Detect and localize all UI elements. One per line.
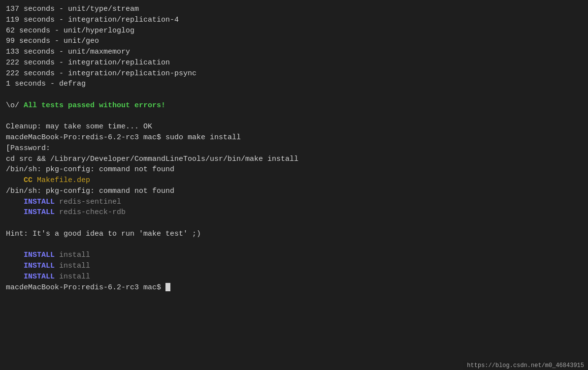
terminal-cursor — [165, 283, 170, 291]
install-keyword: INSTALL — [24, 262, 59, 270]
prompt-cmd: sudo make install — [165, 133, 241, 142]
terminal-line: cd src && /Library/Developer/CommandLine… — [6, 154, 582, 165]
terminal-line: 119 seconds - integration/replication-4 — [6, 15, 582, 26]
install-file: install — [59, 273, 90, 281]
cc-keyword: CC — [24, 176, 37, 185]
terminal-line: CC Makefile.dep — [6, 175, 582, 186]
install-keyword: INSTALL — [24, 273, 59, 281]
status-bar: https://blog.csdn.net/m0_46843915 — [463, 361, 588, 370]
terminal-line: INSTALL install — [6, 261, 582, 272]
terminal-line: /bin/sh: pkg-config: command not found — [6, 164, 582, 175]
terminal-window: 137 seconds - unit/type/stream119 second… — [0, 0, 588, 370]
terminal-line: macdeMacBook-Pro:redis-6.2-rc3 mac$ sudo… — [6, 132, 582, 143]
terminal-line: [Password: — [6, 143, 582, 154]
success-prefix: \o/ — [6, 101, 24, 110]
terminal-line: 137 seconds - unit/type/stream — [6, 4, 582, 15]
terminal-line: /bin/sh: pkg-config: command not found — [6, 186, 582, 197]
install-keyword: INSTALL — [24, 208, 59, 216]
install-file: install — [59, 262, 90, 270]
prompt-host: macdeMacBook-Pro:redis-6.2-rc3 mac$ — [6, 133, 165, 142]
terminal-line — [6, 90, 582, 100]
cc-file: Makefile.dep — [37, 176, 90, 185]
terminal-line: 222 seconds - integration/replication-ps… — [6, 68, 582, 79]
terminal-line — [6, 111, 582, 122]
terminal-line: INSTALL redis-sentinel — [6, 197, 582, 208]
terminal-line: INSTALL redis-check-rdb — [6, 207, 582, 218]
success-text: All tests passed without errors! — [24, 101, 165, 110]
terminal-line: 1 seconds - defrag — [6, 79, 582, 90]
terminal-line: 133 seconds - unit/maxmemory — [6, 47, 582, 58]
terminal-line: Hint: It's a good idea to run 'make test… — [6, 229, 582, 240]
install-keyword: INSTALL — [24, 251, 59, 259]
terminal-line: Cleanup: may take some time... OK — [6, 122, 582, 132]
install-file: redis-check-rdb — [59, 208, 126, 216]
terminal-line: \o/ All tests passed without errors! — [6, 100, 582, 111]
install-file: redis-sentinel — [59, 198, 121, 206]
terminal-line: 222 seconds - integration/replication — [6, 58, 582, 68]
terminal-line — [6, 218, 582, 229]
terminal-line: macdeMacBook-Pro:redis-6.2-rc3 mac$ — [6, 282, 582, 293]
terminal-line — [6, 240, 582, 250]
terminal-line: INSTALL install — [6, 272, 582, 282]
final-prompt-host: macdeMacBook-Pro:redis-6.2-rc3 mac$ — [6, 283, 165, 292]
install-file: install — [59, 251, 90, 259]
terminal-line: 99 seconds - unit/geo — [6, 36, 582, 47]
terminal-line: 62 seconds - unit/hyperloglog — [6, 26, 582, 36]
install-keyword: INSTALL — [24, 198, 59, 206]
terminal-line: INSTALL install — [6, 250, 582, 261]
